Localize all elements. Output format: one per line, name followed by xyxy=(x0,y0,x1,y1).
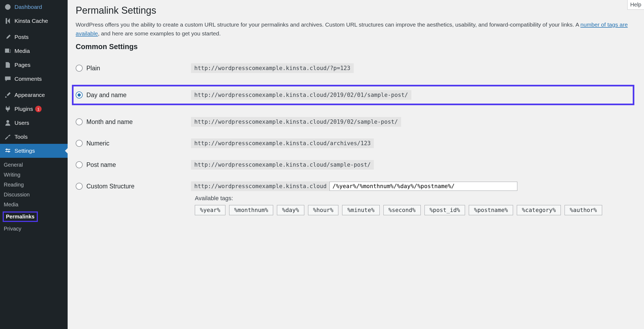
example-plain: http://wordpresscomexample.kinsta.cloud/… xyxy=(191,63,354,73)
tag-author[interactable]: %author% xyxy=(565,205,602,215)
tag-postname[interactable]: %postname% xyxy=(469,205,513,215)
sidebar-item-label: Kinsta Cache xyxy=(14,18,48,24)
sidebar-item-label: Tools xyxy=(14,134,28,140)
radio-day-and-name[interactable] xyxy=(76,92,83,98)
sidebar-item-users[interactable]: Users xyxy=(0,116,68,130)
sidebar-item-label: Comments xyxy=(14,76,42,82)
submenu-reading[interactable]: Reading xyxy=(0,180,68,190)
user-icon xyxy=(4,119,12,127)
option-label: Day and name xyxy=(86,92,127,99)
example-post: http://wordpresscomexample.kinsta.cloud/… xyxy=(191,160,374,170)
sidebar-item-label: Dashboard xyxy=(14,4,42,10)
radio-plain-label[interactable]: Plain xyxy=(76,65,191,72)
sidebar-item-label: Settings xyxy=(14,148,35,154)
radio-post-name[interactable] xyxy=(76,161,83,168)
dashboard-icon xyxy=(4,3,12,11)
option-day-and-name: Day and name http://wordpresscomexample.… xyxy=(76,79,636,111)
tag-year[interactable]: %year% xyxy=(195,205,225,215)
submenu-permalinks-highlight: Permalinks xyxy=(3,211,38,222)
media-icon xyxy=(4,47,12,55)
option-month-and-name: Month and name http://wordpresscomexampl… xyxy=(76,111,636,133)
tag-day[interactable]: %day% xyxy=(277,205,304,215)
sidebar-item-comments[interactable]: Comments xyxy=(0,72,68,86)
desc-text-1: WordPress offers you the ability to crea… xyxy=(76,21,580,28)
option-label: Custom Structure xyxy=(86,183,134,190)
sidebar-item-posts[interactable]: Posts xyxy=(0,30,68,44)
option-custom-structure: Custom Structure http://wordpresscomexam… xyxy=(76,176,636,192)
custom-base: http://wordpresscomexample.kinsta.cloud xyxy=(191,181,330,191)
radio-plain[interactable] xyxy=(76,65,83,72)
option-label: Post name xyxy=(86,161,116,169)
sliders-icon xyxy=(4,147,12,155)
radio-month-and-name[interactable] xyxy=(76,118,83,125)
page-title: Permalink Settings xyxy=(76,5,636,16)
sidebar-item-media[interactable]: Media xyxy=(0,44,68,58)
example-numeric: http://wordpresscomexample.kinsta.cloud/… xyxy=(191,138,374,148)
help-tab[interactable]: Help xyxy=(627,0,644,10)
admin-sidebar: Dashboard Kinsta Cache Posts Media Pages… xyxy=(0,0,68,329)
radio-custom[interactable] xyxy=(76,183,83,190)
radio-post-label[interactable]: Post name xyxy=(76,161,191,169)
radio-custom-label[interactable]: Custom Structure xyxy=(76,183,191,190)
option-plain: Plain http://wordpresscomexample.kinsta.… xyxy=(76,57,636,79)
radio-day-label[interactable]: Day and name xyxy=(76,92,191,99)
sidebar-item-label: Pages xyxy=(14,62,31,68)
submenu-discussion[interactable]: Discussion xyxy=(0,190,68,200)
submenu-privacy[interactable]: Privacy xyxy=(0,224,68,234)
submenu-media[interactable]: Media xyxy=(0,200,68,210)
radio-numeric[interactable] xyxy=(76,140,83,147)
sidebar-item-label: Appearance xyxy=(14,92,45,98)
tag-monthnum[interactable]: %monthnum% xyxy=(229,205,273,215)
custom-structure-input[interactable] xyxy=(330,182,517,191)
brush-icon xyxy=(4,91,12,99)
sidebar-item-label: Plugins xyxy=(14,106,33,112)
sidebar-item-kinsta-cache[interactable]: Kinsta Cache xyxy=(0,14,68,28)
sidebar-item-label: Media xyxy=(14,48,30,54)
tag-second[interactable]: %second% xyxy=(383,205,421,215)
option-numeric: Numeric http://wordpresscomexample.kinst… xyxy=(76,133,636,154)
common-settings-heading: Common Settings xyxy=(76,43,636,51)
plug-icon xyxy=(4,105,12,113)
sidebar-item-dashboard[interactable]: Dashboard xyxy=(0,0,68,14)
option-label: Numeric xyxy=(86,140,109,147)
sidebar-item-pages[interactable]: Pages xyxy=(0,58,68,72)
desc-text-2: , and here are some examples to get you … xyxy=(98,30,221,36)
tag-post-id[interactable]: %post_id% xyxy=(425,205,465,215)
tag-hour[interactable]: %hour% xyxy=(308,205,339,215)
submenu-general[interactable]: General xyxy=(0,160,68,170)
submenu-permalinks[interactable]: Permalinks xyxy=(0,210,68,224)
comment-icon xyxy=(4,75,12,83)
page-description: WordPress offers you the ability to crea… xyxy=(76,20,636,38)
sidebar-item-label: Posts xyxy=(14,34,29,40)
page-icon xyxy=(4,61,12,69)
sidebar-item-settings[interactable]: Settings xyxy=(0,144,68,158)
example-month: http://wordpresscomexample.kinsta.cloud/… xyxy=(191,117,401,127)
example-day: http://wordpresscomexample.kinsta.cloud/… xyxy=(191,90,411,100)
available-tags-label: Available tags: xyxy=(195,195,636,202)
tag-category[interactable]: %category% xyxy=(517,205,561,215)
main-content: Help Permalink Settings WordPress offers… xyxy=(68,0,644,329)
pin-icon xyxy=(4,33,12,41)
wrench-icon xyxy=(4,133,12,141)
kinsta-icon xyxy=(4,17,12,25)
option-label: Month and name xyxy=(86,118,133,126)
radio-numeric-label[interactable]: Numeric xyxy=(76,140,191,147)
sidebar-item-label: Users xyxy=(14,120,29,126)
sidebar-item-appearance[interactable]: Appearance xyxy=(0,88,68,102)
option-post-name: Post name http://wordpresscomexample.kin… xyxy=(76,154,636,176)
submenu-writing[interactable]: Writing xyxy=(0,170,68,180)
update-badge: 1 xyxy=(35,106,42,112)
settings-submenu: General Writing Reading Discussion Media… xyxy=(0,158,68,236)
tag-minute[interactable]: %minute% xyxy=(342,205,379,215)
available-tags: %year% %monthnum% %day% %hour% %minute% … xyxy=(195,205,636,215)
sidebar-item-plugins[interactable]: Plugins 1 xyxy=(0,102,68,116)
option-label: Plain xyxy=(86,65,100,72)
radio-month-label[interactable]: Month and name xyxy=(76,118,191,126)
sidebar-item-tools[interactable]: Tools xyxy=(0,130,68,144)
